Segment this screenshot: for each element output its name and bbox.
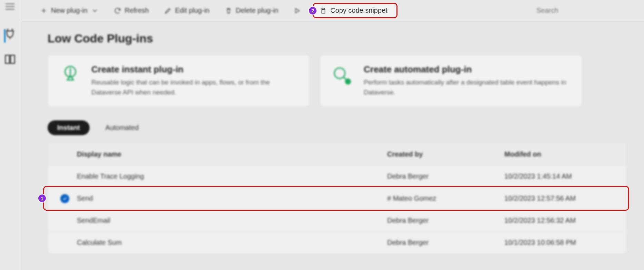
cell-name: Send	[77, 194, 387, 202]
delete-plugin-label: Delete plug-in	[236, 7, 278, 14]
refresh-button[interactable]: Refresh	[110, 4, 152, 17]
main-content: Low Code Plug-ins Create instant plug-in…	[20, 21, 644, 270]
callout-badge-2: 2	[308, 6, 317, 15]
table-row[interactable]: SendEmailDebra Berger10/2/2023 12:56:32 …	[48, 209, 626, 231]
tab-instant[interactable]: Instant	[48, 120, 90, 135]
automated-card-title: Create automated plug-in	[364, 64, 571, 75]
plugins-table: Display name Created by Modifed on Enabl…	[48, 143, 627, 254]
search-input[interactable]	[534, 4, 623, 17]
tap-icon	[58, 64, 82, 88]
table-row[interactable]: Calculate SumDebra Berger10/1/2023 10:06…	[48, 231, 626, 253]
book-rail-icon[interactable]	[3, 52, 17, 66]
edit-plugin-label: Edit plug-in	[175, 7, 210, 14]
table-row[interactable]: Enable Trace LoggingDebra Berger10/2/202…	[48, 165, 626, 187]
svg-point-1	[334, 68, 345, 79]
copy-snippet-label: Copy code snippet	[330, 7, 388, 14]
cell-name: SendEmail	[77, 217, 387, 224]
automated-icon	[331, 64, 355, 88]
cell-modified: 10/1/2023 10:06:58 PM	[504, 239, 622, 247]
table-row[interactable]: Send# Mateo Gomez10/2/2023 12:57:56 AM	[48, 187, 626, 209]
callout-badge-1: 1	[38, 194, 47, 203]
instant-card-desc: Reusable logic that can be invoked in ap…	[91, 78, 299, 97]
hamburger-icon[interactable]	[6, 3, 14, 10]
col-modified-on[interactable]: Modifed on	[504, 150, 622, 158]
cell-created: Debra Berger	[387, 172, 504, 180]
svg-point-2	[345, 79, 351, 85]
col-display-name[interactable]: Display name	[77, 150, 387, 158]
tab-automated[interactable]: Automated	[96, 120, 149, 135]
cell-modified: 10/2/2023 1:45:14 AM	[504, 172, 622, 180]
col-created-by[interactable]: Created by	[387, 150, 504, 158]
instant-card-title: Create instant plug-in	[91, 64, 299, 75]
cell-created: Debra Berger	[387, 239, 504, 247]
create-instant-card[interactable]: Create instant plug-in Reusable logic th…	[48, 55, 310, 107]
copy-code-snippet-button[interactable]: 2 Copy code snippet	[313, 3, 398, 18]
refresh-label: Refresh	[125, 7, 149, 14]
cell-modified: 10/2/2023 12:56:32 AM	[504, 217, 622, 224]
test-plugin-button[interactable]	[290, 5, 304, 17]
edit-plugin-button[interactable]: Edit plug-in	[161, 4, 213, 17]
cell-name: Calculate Sum	[77, 239, 387, 247]
cell-name: Enable Trace Logging	[77, 172, 387, 180]
chevron-down-icon	[91, 7, 99, 14]
page-title: Low Code Plug-ins	[48, 32, 627, 45]
copy-icon	[319, 7, 327, 14]
new-plugin-label: New plug-in	[51, 7, 88, 14]
command-bar: New plug-in Refresh Edit plug-in Delete …	[20, 0, 644, 21]
new-plugin-button[interactable]: New plug-in	[37, 4, 102, 17]
table-header-row: Display name Created by Modifed on	[48, 143, 626, 165]
check-icon	[60, 194, 69, 203]
left-nav-rail	[0, 0, 20, 270]
cell-created: # Mateo Gomez	[387, 194, 504, 202]
cell-modified: 10/2/2023 12:57:56 AM	[504, 194, 622, 202]
plugin-type-tabs: Instant Automated	[48, 120, 627, 135]
delete-plugin-button[interactable]: Delete plug-in	[221, 4, 282, 17]
create-automated-card[interactable]: Create automated plug-in Perform tasks a…	[320, 55, 582, 107]
plugin-rail-icon[interactable]	[3, 27, 17, 41]
cell-created: Debra Berger	[387, 217, 504, 224]
row-checkbox[interactable]	[53, 194, 77, 203]
automated-card-desc: Perform tasks automatically after a desi…	[364, 78, 571, 97]
